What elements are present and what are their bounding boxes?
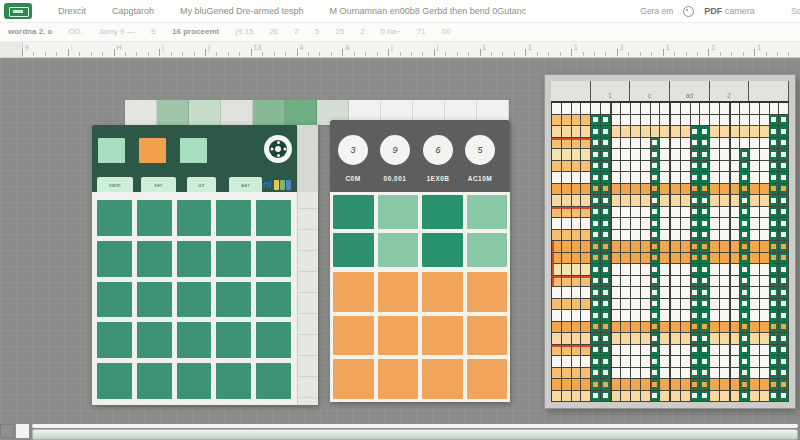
grid-cell[interactable]	[137, 322, 172, 358]
color-swatch[interactable]	[98, 138, 125, 163]
grid-cell[interactable]	[333, 233, 374, 267]
menu-item[interactable]: Drexcit	[58, 6, 86, 16]
sheet-cell-inner	[781, 255, 786, 260]
grid-cell[interactable]	[333, 316, 374, 356]
grid-cell[interactable]	[177, 363, 212, 399]
pdf-export-button[interactable]: PDF camera	[704, 6, 755, 16]
toolbar-item[interactable]: 00	[442, 27, 451, 36]
grid-cell[interactable]	[256, 241, 291, 277]
sheet-cell-inner	[692, 278, 697, 283]
menu-trailing-item[interactable]: Sdb	[791, 6, 800, 16]
settings-gear-icon[interactable]	[683, 6, 694, 17]
shutter-button[interactable]	[264, 135, 292, 163]
card1-tab[interactable]: aer	[229, 177, 262, 192]
grid-cell[interactable]	[256, 282, 291, 318]
grid-cell[interactable]	[177, 322, 212, 358]
card1-tab[interactable]: uz	[187, 177, 216, 192]
toolbar-item[interactable]: 25	[335, 27, 344, 36]
toolbar-item[interactable]: 71	[417, 27, 426, 36]
grid-cell[interactable]	[467, 316, 508, 356]
grid-cell[interactable]	[378, 233, 419, 267]
card1-tab[interactable]: ser	[141, 177, 176, 192]
grid-cell[interactable]	[378, 316, 419, 356]
sheet-cell-inner	[692, 359, 697, 364]
grid-cell[interactable]	[422, 233, 463, 267]
grid-cell[interactable]	[97, 282, 132, 318]
toolbar-item[interactable]: (9.15	[235, 27, 253, 36]
grid-cell[interactable]	[467, 359, 508, 399]
toolbar-item[interactable]: 0 ha~	[381, 27, 401, 36]
color-swatch[interactable]	[139, 138, 166, 163]
card1-tab[interactable]: swm	[97, 177, 133, 192]
grid-cell[interactable]	[97, 363, 132, 399]
menu-item[interactable]: My bluGened Dre-armed tesph	[180, 6, 304, 16]
horizontal-scrollbar-thumb[interactable]	[32, 429, 798, 440]
grid-cell[interactable]	[378, 195, 419, 229]
grid-cell[interactable]	[333, 272, 374, 312]
grid-cell[interactable]	[177, 241, 212, 277]
circle-button[interactable]: 6	[423, 135, 453, 165]
toolbar-item[interactable]: wordna 2. o	[8, 27, 52, 36]
grid-cell[interactable]	[256, 363, 291, 399]
toolbar-item[interactable]: 2	[360, 27, 364, 36]
scrollbar-track[interactable]	[32, 424, 798, 428]
circle-label: C0M	[332, 175, 374, 182]
scrollbar-left-button[interactable]	[16, 424, 29, 438]
grid-cell[interactable]	[216, 200, 251, 236]
export-menu-item[interactable]: Gera em	[640, 6, 673, 16]
grid-cell[interactable]	[378, 359, 419, 399]
grid-cell[interactable]	[256, 322, 291, 358]
toolbar-item[interactable]: S	[151, 27, 156, 36]
grid-cell[interactable]	[137, 363, 172, 399]
grid-cell[interactable]	[216, 322, 251, 358]
sheet-cell-inner	[603, 232, 608, 237]
sheet-cell	[700, 287, 710, 299]
menu-item[interactable]: M Ournamnan en00b8 Gerbd then bend 0Guta…	[330, 6, 527, 16]
sheet-cell	[621, 218, 631, 230]
grid-cell[interactable]	[256, 200, 291, 236]
grid-cell[interactable]	[467, 195, 508, 229]
toolbar-item[interactable]: 5	[315, 27, 319, 36]
grid-cell[interactable]	[97, 200, 132, 236]
grid-cell[interactable]	[97, 241, 132, 277]
grid-cell[interactable]	[137, 241, 172, 277]
toolbar-item[interactable]: 2	[294, 27, 298, 36]
grid-cell[interactable]	[333, 195, 374, 229]
sheet-cell	[581, 218, 591, 230]
menu-item[interactable]: Capgtaroh	[112, 6, 154, 16]
grid-cell[interactable]	[467, 272, 508, 312]
sheet-cell	[700, 299, 710, 311]
sheet-cell	[631, 218, 641, 230]
grid-cell[interactable]	[378, 272, 419, 312]
sheet-cell	[631, 276, 641, 288]
color-swatch[interactable]	[180, 138, 207, 163]
grid-cell[interactable]	[422, 195, 463, 229]
grid-cell[interactable]	[216, 282, 251, 318]
grid-cell[interactable]	[467, 233, 508, 267]
sheet-cell	[681, 391, 691, 403]
grid-cell[interactable]	[216, 363, 251, 399]
circle-button[interactable]: 3	[338, 135, 368, 165]
app-logo-icon[interactable]	[4, 3, 32, 19]
grid-cell[interactable]	[422, 316, 463, 356]
grid-cell[interactable]	[422, 272, 463, 312]
toolbar-item[interactable]: Jamy 9 —	[99, 27, 135, 36]
toolbar-item[interactable]: 26	[269, 27, 278, 36]
grid-cell[interactable]	[333, 359, 374, 399]
circle-button[interactable]: 9	[380, 135, 410, 165]
sheet-cell-inner	[771, 198, 776, 203]
grid-cell[interactable]	[216, 241, 251, 277]
preview-card-2: 3965C0M00.0011EX0BAC10M	[330, 120, 510, 402]
toolbar-item[interactable]: 16 proceemt	[172, 27, 219, 36]
sheet-cell	[779, 218, 789, 230]
grid-cell[interactable]	[422, 359, 463, 399]
sheet-cell-inner	[593, 117, 598, 122]
grid-cell[interactable]	[177, 282, 212, 318]
grid-cell[interactable]	[137, 200, 172, 236]
sheet-cell	[581, 161, 591, 173]
grid-cell[interactable]	[137, 282, 172, 318]
circle-button[interactable]: 5	[465, 135, 495, 165]
toolbar-item[interactable]: OD.	[68, 27, 82, 36]
grid-cell[interactable]	[97, 322, 132, 358]
grid-cell[interactable]	[177, 200, 212, 236]
